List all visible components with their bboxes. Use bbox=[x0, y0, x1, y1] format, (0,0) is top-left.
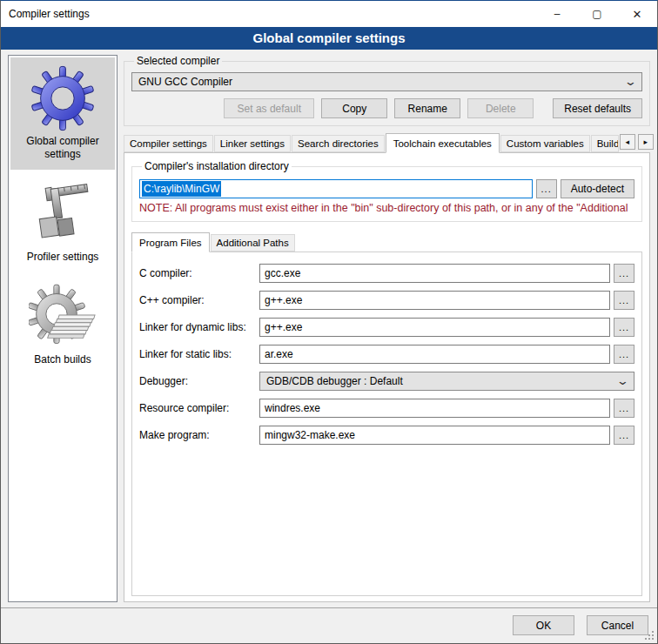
page-title: Global compiler settings bbox=[1, 27, 657, 50]
main-tab-strip: Compiler settings Linker settings Search… bbox=[124, 133, 650, 152]
cpp-compiler-input[interactable] bbox=[259, 291, 610, 310]
installation-directory-group-label: Compiler's installation directory bbox=[142, 160, 292, 172]
chevron-down-icon: ⌄ bbox=[624, 77, 637, 86]
browse-make-program-button[interactable]: ... bbox=[614, 426, 634, 445]
caliper-icon bbox=[29, 180, 97, 248]
program-files-panel: C compiler: ... C++ compiler: ... bbox=[131, 252, 642, 596]
settings-category-list: Global compiler settings bbox=[8, 55, 118, 602]
minimize-button[interactable]: – bbox=[537, 1, 577, 27]
static-linker-row: Linker for static libs: ... bbox=[139, 345, 634, 364]
selected-compiler-group-label: Selected compiler bbox=[134, 55, 222, 67]
make-program-label: Make program: bbox=[139, 429, 259, 441]
tab-search-directories[interactable]: Search directories bbox=[292, 135, 385, 152]
compiler-settings-dialog: Compiler settings – ▢ ✕ Global compiler … bbox=[0, 0, 658, 644]
blue-gear-icon bbox=[29, 64, 97, 132]
resource-compiler-label: Resource compiler: bbox=[139, 402, 259, 414]
sidebar-item-label: Batch builds bbox=[34, 353, 91, 366]
rename-button[interactable]: Rename bbox=[394, 98, 460, 118]
tab-custom-variables[interactable]: Custom variables bbox=[500, 135, 590, 152]
tab-compiler-settings[interactable]: Compiler settings bbox=[124, 135, 213, 152]
dynamic-linker-input[interactable] bbox=[259, 318, 610, 337]
chevron-down-icon: ⌄ bbox=[616, 377, 629, 386]
browse-c-compiler-button[interactable]: ... bbox=[614, 264, 634, 283]
browse-static-linker-button[interactable]: ... bbox=[614, 345, 634, 364]
c-compiler-input[interactable] bbox=[259, 264, 610, 283]
static-linker-label: Linker for static libs: bbox=[139, 348, 259, 360]
debugger-row: Debugger: GDB/CDB debugger : Default ⌄ bbox=[139, 372, 634, 391]
window-title: Compiler settings bbox=[1, 1, 537, 27]
selected-compiler-group: Selected compiler GNU GCC Compiler ⌄ Set… bbox=[124, 55, 650, 126]
make-program-row: Make program: ... bbox=[139, 426, 634, 445]
dynamic-linker-label: Linker for dynamic libs: bbox=[139, 321, 259, 333]
delete-button: Delete bbox=[467, 98, 534, 118]
browse-dynamic-linker-button[interactable]: ... bbox=[614, 318, 634, 337]
debugger-dropdown[interactable]: GDB/CDB debugger : Default ⌄ bbox=[259, 372, 634, 391]
left-arrow-icon: ◂ bbox=[625, 138, 629, 146]
selected-text: C:\raylib\MinGW bbox=[142, 181, 221, 197]
selected-compiler-value: GNU GCC Compiler bbox=[138, 76, 232, 88]
installation-directory-input[interactable]: C:\raylib\MinGW bbox=[139, 179, 533, 198]
batch-gear-icon bbox=[29, 283, 97, 351]
sidebar-item-global-compiler-settings[interactable]: Global compiler settings bbox=[10, 57, 115, 170]
c-compiler-label: C compiler: bbox=[139, 267, 259, 279]
sidebar-item-label: Global compiler settings bbox=[12, 135, 113, 161]
make-program-input[interactable] bbox=[259, 426, 610, 445]
ok-button[interactable]: OK bbox=[513, 615, 574, 635]
set-as-default-button: Set as default bbox=[224, 98, 314, 118]
debugger-value: GDB/CDB debugger : Default bbox=[266, 375, 403, 387]
tab-program-files[interactable]: Program Files bbox=[131, 232, 210, 252]
tab-build-options[interactable]: Build options bbox=[591, 135, 619, 152]
cancel-button[interactable]: Cancel bbox=[587, 615, 648, 635]
selected-compiler-dropdown[interactable]: GNU GCC Compiler ⌄ bbox=[131, 72, 642, 91]
sidebar-item-profiler-settings[interactable]: Profiler settings bbox=[10, 173, 115, 272]
tab-linker-settings[interactable]: Linker settings bbox=[214, 135, 291, 152]
resource-compiler-input[interactable] bbox=[259, 399, 610, 418]
c-compiler-row: C compiler: ... bbox=[139, 264, 634, 283]
browse-directory-button[interactable]: ... bbox=[536, 179, 557, 198]
reset-defaults-button[interactable]: Reset defaults bbox=[553, 98, 642, 118]
resize-grip[interactable] bbox=[644, 630, 655, 641]
note-text: NOTE: All programs must exist either in … bbox=[139, 202, 634, 214]
toolchain-executables-panel: Compiler's installation directory C:\ray… bbox=[124, 152, 650, 602]
cpp-compiler-label: C++ compiler: bbox=[139, 294, 259, 306]
copy-button[interactable]: Copy bbox=[321, 98, 387, 118]
static-linker-input[interactable] bbox=[259, 345, 610, 364]
browse-cpp-compiler-button[interactable]: ... bbox=[614, 291, 634, 310]
tab-toolchain-executables[interactable]: Toolchain executables bbox=[386, 133, 500, 153]
sidebar-item-batch-builds[interactable]: Batch builds bbox=[10, 276, 115, 375]
title-bar: Compiler settings – ▢ ✕ bbox=[1, 1, 657, 27]
browse-resource-compiler-button[interactable]: ... bbox=[614, 399, 634, 418]
tab-scroll-left-button[interactable]: ◂ bbox=[620, 134, 635, 150]
dynamic-linker-row: Linker for dynamic libs: ... bbox=[139, 318, 634, 337]
auto-detect-button[interactable]: Auto-detect bbox=[561, 179, 634, 198]
close-button[interactable]: ✕ bbox=[617, 1, 657, 27]
debugger-label: Debugger: bbox=[139, 375, 259, 387]
right-arrow-icon: ▸ bbox=[643, 138, 648, 146]
tab-additional-paths[interactable]: Additional Paths bbox=[211, 234, 295, 252]
tab-scroll-right-button[interactable]: ▸ bbox=[638, 134, 654, 150]
maximize-button[interactable]: ▢ bbox=[577, 1, 617, 27]
installation-directory-group: Compiler's installation directory C:\ray… bbox=[131, 160, 642, 222]
dialog-footer: OK Cancel bbox=[1, 607, 657, 643]
sidebar-item-label: Profiler settings bbox=[27, 251, 99, 264]
program-files-tab-strip: Program Files Additional Paths bbox=[131, 232, 642, 252]
cpp-compiler-row: C++ compiler: ... bbox=[139, 291, 634, 310]
resource-compiler-row: Resource compiler: ... bbox=[139, 399, 634, 418]
